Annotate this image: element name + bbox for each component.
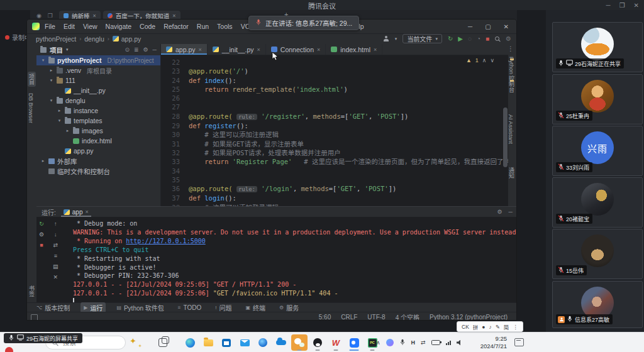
gear-icon[interactable]: ⚙ <box>506 36 511 42</box>
taskbar-app-mail[interactable] <box>236 334 253 351</box>
tree-chevron-icon[interactable]: ▾ <box>48 98 54 103</box>
soft-wrap-icon[interactable]: ⇄ <box>53 242 58 248</box>
inspections-widget[interactable]: ▲ 1 ∧ ∨ <box>466 57 494 63</box>
ime-mode-icon[interactable]: H <box>411 339 416 346</box>
battery-icon[interactable] <box>431 340 440 346</box>
copilot-icon[interactable] <box>386 339 394 346</box>
user-icon[interactable] <box>384 36 389 41</box>
toolwindow-python-软件包[interactable]: ▤Python 软件包 <box>113 302 167 313</box>
minimize-icon[interactable]: ─ <box>606 2 611 9</box>
up-stack-icon[interactable]: ↑ <box>54 221 57 227</box>
ime-mode-label[interactable]: CK <box>462 324 469 330</box>
strip-tab-python-控制台[interactable]: Python 控制台 <box>508 57 516 93</box>
more-icon[interactable]: ⋮ <box>508 45 514 52</box>
tree-item-images[interactable]: ▸images <box>36 126 160 136</box>
run-console[interactable]: * Debug mode: onWARNING: This is a devel… <box>73 219 517 307</box>
run-tab[interactable]: app × <box>61 207 91 217</box>
print-icon[interactable]: ▤ <box>53 263 58 270</box>
project-collapse-all-icon[interactable]: ≣ <box>134 47 139 53</box>
project-gear-icon[interactable]: ⚙ <box>143 47 148 53</box>
toolwindow-问题[interactable]: !问题 <box>212 302 235 313</box>
console-link[interactable]: http://127.0.0.1:5000 <box>126 238 205 245</box>
menu-item-file[interactable]: File <box>45 23 55 30</box>
net-activity-icon[interactable]: ⇄ <box>421 339 426 346</box>
warning-stripe-mark[interactable] <box>510 58 514 60</box>
tree-item-__init__.py[interactable]: __init__.py <box>36 85 160 96</box>
strip-tab-ai-assistant[interactable]: AI Assistant <box>508 114 514 144</box>
code-editor[interactable]: ▲ 1 ∧ ∨ 2223@app.route('/')24def index()… <box>161 55 508 206</box>
tab-close-icon[interactable]: × <box>374 47 377 53</box>
search-icon[interactable] <box>495 36 500 41</box>
close-icon[interactable]: ✕ <box>504 23 509 30</box>
gear-icon[interactable]: ⚙ <box>497 209 502 215</box>
clear-icon[interactable]: ✕ <box>53 274 58 280</box>
maximize-icon[interactable]: ❐ <box>619 2 625 9</box>
status-interpreter[interactable]: Python 3.12 (pythonProject) <box>430 314 508 321</box>
menu-item-navigate[interactable]: Navigate <box>106 23 131 30</box>
strip-tab-书签[interactable]: 书签 <box>28 285 36 297</box>
run-config-selector[interactable]: 当前文件 ▾ <box>402 34 442 43</box>
tab-close-icon[interactable]: × <box>172 13 175 19</box>
toolwindow-运行[interactable]: ▶运行 <box>80 302 106 313</box>
layout-icon[interactable] <box>31 314 38 321</box>
tree-item-instance[interactable]: ▸instance <box>36 106 160 116</box>
tree-item--[interactable]: ▸外部库 <box>36 156 160 166</box>
participant-tile[interactable]: 15岳伟 <box>552 229 643 279</box>
ime-pen-icon[interactable]: ✎ <box>496 324 500 330</box>
tab-close-icon[interactable]: × <box>317 47 320 53</box>
tree-item-.venv[interactable]: ▸.venv库根目录 <box>36 65 160 75</box>
taskbar-clock[interactable]: 9:25 2024/7/21 <box>469 335 507 350</box>
taskbar-app-onedrive[interactable] <box>273 334 289 351</box>
taskbar-app-browser-globe[interactable] <box>255 334 271 351</box>
toolwindow-版本控制[interactable]: ⌥版本控制 <box>33 302 73 313</box>
window-icon[interactable]: ❐ <box>48 13 53 19</box>
tree-chevron-icon[interactable]: ▾ <box>40 58 46 63</box>
menu-item-code[interactable]: Code <box>140 23 155 30</box>
tab-close-icon[interactable]: × <box>257 47 260 53</box>
tree-chevron-icon[interactable]: ▸ <box>48 68 54 73</box>
stop-icon[interactable]: ■ <box>486 36 489 42</box>
ime-toolbar[interactable]: CK拼●♪✎简⋮ <box>457 321 523 332</box>
chevron-up-icon[interactable]: ∧ <box>376 339 380 346</box>
participant-tile[interactable]: 兴雨33刘兴雨 <box>552 126 643 176</box>
menu-item-tools[interactable]: Tools <box>217 23 233 30</box>
strip-tab-通知[interactable]: 通知 <box>508 167 516 179</box>
taskbar-app-wps[interactable]: W <box>328 334 344 351</box>
minimize-icon[interactable]: ─ <box>468 23 472 30</box>
editor-scrollbar[interactable] <box>503 107 508 167</box>
tree-item-app.py[interactable]: app.py <box>36 146 160 156</box>
tree-item-denglu[interactable]: ▾denglu <box>36 96 160 106</box>
next-warning-icon[interactable]: ∨ <box>490 57 494 63</box>
taskbar-app-file-explorer[interactable] <box>200 334 216 351</box>
rerun-icon[interactable]: ↻ <box>448 36 453 42</box>
tree-chevron-icon[interactable]: ▾ <box>57 118 62 123</box>
chevron-down-icon[interactable]: ▾ <box>66 47 69 52</box>
ime-dot-icon[interactable]: ● <box>482 324 485 330</box>
toolwindow-todo[interactable]: ≡TODO <box>175 304 204 312</box>
warning-stripe-mark[interactable] <box>510 80 514 82</box>
taskbar-app-tencent-meeting[interactable] <box>346 334 362 351</box>
status-caret-position[interactable]: 5:60 <box>319 314 331 321</box>
rerun-icon[interactable]: ↻ <box>39 221 44 227</box>
minimize-icon[interactable]: ─ <box>509 209 513 215</box>
tab-close-icon[interactable]: × <box>92 13 96 19</box>
strip-tab-项目[interactable]: 项目 <box>28 72 36 87</box>
participant-tile[interactable]: 25杜秉冉 <box>552 74 643 124</box>
down-stack-icon[interactable]: ↓ <box>54 231 57 238</box>
taskbar-app-wechat[interactable] <box>291 334 308 351</box>
tree-item-111[interactable]: ▾111 <box>36 75 160 85</box>
signal-icon[interactable] <box>446 340 451 345</box>
menu-item-refactor[interactable]: Refactor <box>164 23 189 30</box>
participant-tile[interactable]: 信息系27高敏 <box>552 281 643 328</box>
breadcrumb-item[interactable]: denglu <box>84 35 104 43</box>
status-line-ending[interactable]: CRLF <box>341 314 357 321</box>
breadcrumb-item[interactable]: app.py <box>113 35 142 43</box>
status-encoding[interactable]: UTF-8 <box>367 314 385 321</box>
close-icon[interactable]: × <box>85 209 88 215</box>
tree-item-templates[interactable]: ▾templates <box>36 116 160 126</box>
scroll-end-icon[interactable]: ≡ <box>54 253 57 259</box>
stop-icon[interactable]: ■ <box>40 242 43 248</box>
taskbar-app-store[interactable] <box>218 334 235 351</box>
ime-pinyin-label[interactable]: 拼 <box>473 323 479 331</box>
task-view-icon[interactable] <box>158 338 167 347</box>
